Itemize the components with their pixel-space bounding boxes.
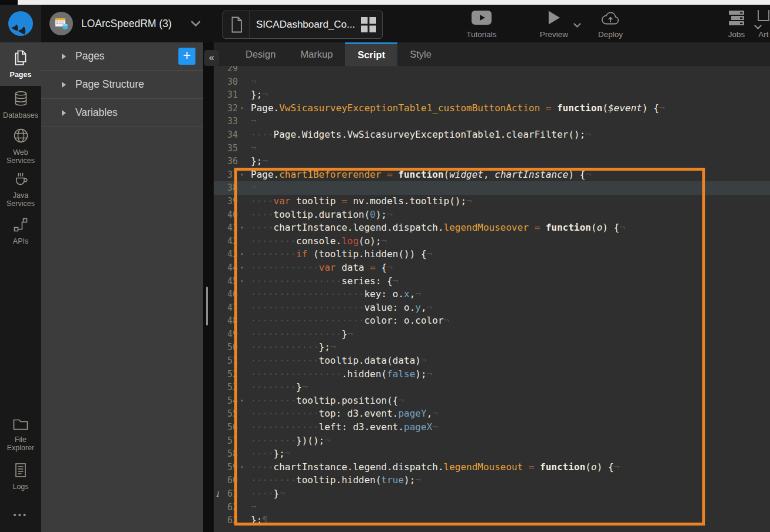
logs-icon [14, 463, 28, 480]
line-number: 45 [214, 275, 238, 288]
collapse-panel-button[interactable]: « [204, 50, 219, 66]
sidebar-item-apis[interactable]: APIs [0, 218, 41, 245]
collapsed-arrow-icon[interactable] [62, 82, 66, 88]
project-switcher[interactable]: LOArcSpeedRM (3) [49, 5, 201, 42]
fold-arrow-icon[interactable]: ▾ [240, 275, 248, 288]
code-line-48[interactable]: 48····················color: o.color¬ [214, 314, 770, 328]
topbar-action-preview[interactable]: Preview [527, 5, 580, 42]
code-line-62[interactable]: 62¬ [214, 501, 770, 514]
code-line-55[interactable]: 55············top: d3.event.pageY,¬ [214, 407, 770, 421]
code-line-46[interactable]: 46····················key: o.x,¬ [214, 288, 770, 301]
code-line-32[interactable]: 32▾Page.VwSicasurveyExceptionTable1_cust… [214, 102, 770, 115]
left-icon-sidebar: ••• PagesDatabasesWebServicesJavaService… [0, 42, 41, 532]
chevron-down-icon[interactable] [573, 20, 581, 31]
collapsed-arrow-icon[interactable] [62, 54, 66, 59]
cloud-upload-icon [600, 10, 620, 28]
divider-scrollbar-thumb[interactable] [206, 287, 208, 325]
fold-arrow-icon[interactable]: ▾ [240, 461, 248, 474]
wavemaker-logo[interactable] [0, 5, 41, 42]
code-line-57[interactable]: 57········})();¬ [214, 434, 770, 448]
code-text: ········if (tooltip.hidden()) {¬ [251, 248, 432, 261]
code-line-49[interactable]: 49················}¬ [214, 328, 770, 341]
code-line-50[interactable]: 50············};¬ [214, 341, 770, 354]
tab-script[interactable]: Script [345, 42, 397, 66]
add-page-button[interactable]: + [178, 48, 195, 65]
fold-arrow-icon[interactable]: ▾ [240, 248, 248, 261]
line-number: 33 [214, 115, 238, 128]
sidebar-item-pages[interactable]: Pages [0, 42, 41, 86]
pages-tree-panel: Pages+Page StructureVariables [41, 42, 203, 532]
code-text: ················.hidden(false);¬ [251, 368, 432, 381]
wavemaker-studio-window: LOArcSpeedRM (3) SICADashboard_Co... Tut… [0, 0, 770, 532]
topbar-action-label: Preview [527, 30, 580, 39]
code-line-53[interactable]: 53········}¬ [214, 381, 770, 394]
line-number: 47 [214, 301, 238, 315]
tab-markup[interactable]: Markup [288, 42, 345, 66]
code-line-60[interactable]: 60········tooltip.hidden(true);¬ [214, 474, 770, 487]
code-text: ····················color: o.color¬ [251, 314, 449, 328]
topbar-action-tutorials[interactable]: Tutorials [455, 5, 508, 42]
fold-arrow-icon[interactable]: ▾ [240, 168, 248, 182]
code-line-31[interactable]: 31};¬ [214, 88, 770, 102]
code-line-52[interactable]: 52················.hidden(false);¬ [214, 368, 770, 381]
code-line-56[interactable]: 56············left: d3.event.pageX¬ [214, 421, 770, 434]
code-text: ····Page.Widgets.VwSicasurveyExceptionTa… [251, 128, 591, 142]
code-line-59[interactable]: 59▾····chartInstance.legend.dispatch.leg… [214, 461, 770, 474]
code-text: ········console.log(o);¬ [251, 235, 387, 248]
code-text: };¶ [251, 514, 268, 527]
panel-section-pages[interactable]: Pages+ [41, 42, 203, 71]
sidebar-item-logs[interactable]: Logs [0, 460, 41, 493]
code-line-41[interactable]: 41▾····chartInstance.legend.dispatch.leg… [214, 221, 770, 235]
fold-arrow-icon[interactable]: ▾ [240, 102, 248, 115]
sidebar-more-button[interactable]: ••• [0, 510, 41, 520]
code-line-36[interactable]: 36};¬ [214, 155, 770, 168]
code-line-38[interactable]: 38¬ [214, 181, 770, 195]
code-text: ¬ [251, 75, 257, 89]
code-text: ¬ [251, 115, 257, 128]
code-line-45[interactable]: 45▾················series: {¬ [214, 275, 770, 288]
panel-section-label: Pages [75, 50, 105, 62]
code-line-40[interactable]: 40····tooltip.duration(0);¬ [214, 208, 770, 222]
code-text: ····}¬ [251, 487, 285, 501]
fold-arrow-icon[interactable]: ▾ [240, 394, 248, 408]
panel-section-page-structure[interactable]: Page Structure [41, 71, 203, 99]
tab-design[interactable]: Design [233, 42, 288, 66]
line-number: 36 [214, 155, 238, 168]
code-editor[interactable]: 2930¬31};¬32▾Page.VwSicasurveyExceptionT… [214, 66, 770, 532]
topbar-action-deploy[interactable]: Deploy [584, 5, 637, 42]
sidebar-item-web-services[interactable]: WebServices [0, 127, 41, 165]
page-grid-icon[interactable] [361, 17, 376, 32]
panel-section-variables[interactable]: Variables [41, 99, 203, 127]
code-line-33[interactable]: 33¬ [214, 115, 770, 128]
code-line-63[interactable]: 63};¶ [214, 514, 770, 527]
code-line-35[interactable]: 35¬ [214, 142, 770, 155]
code-line-30[interactable]: 30¬ [214, 75, 770, 89]
fold-arrow-icon[interactable]: ▾ [240, 261, 248, 275]
sidebar-item-databases[interactable]: Databases [0, 88, 41, 121]
code-line-29[interactable]: 29 [214, 66, 770, 75]
code-line-43[interactable]: 43▾········if (tooltip.hidden()) {¬ [214, 248, 770, 261]
code-line-44[interactable]: 44▾············var data = {¬ [214, 261, 770, 275]
chevron-down-icon[interactable] [191, 21, 201, 27]
sidebar-item-file-explorer[interactable]: FileExplorer [0, 416, 41, 453]
code-line-42[interactable]: 42········console.log(o);¬ [214, 235, 770, 248]
code-line-37[interactable]: 37▾Page.chart1Beforerender = function(wi… [214, 168, 770, 182]
code-line-58[interactable]: 58····};¬ [214, 447, 770, 461]
code-line-61[interactable]: i61····}¬ [214, 487, 770, 501]
line-number: 49 [214, 328, 238, 341]
code-line-54[interactable]: 54▾········tooltip.position({¬ [214, 394, 770, 408]
collapsed-arrow-icon[interactable] [62, 110, 66, 116]
code-text: ····chartInstance.legend.dispatch.legend… [251, 461, 619, 474]
topbar-action-art[interactable]: Art [737, 5, 770, 42]
line-number: 54 [214, 394, 238, 408]
code-text: ············};¬ [251, 341, 336, 354]
code-line-39[interactable]: 39····var tooltip = nv.models.tooltip();… [214, 195, 770, 208]
fold-arrow-icon[interactable]: ▾ [240, 221, 248, 235]
browser-top-strip-light [18, 0, 770, 5]
tab-style[interactable]: Style [397, 42, 444, 66]
code-line-34[interactable]: 34····Page.Widgets.VwSicasurveyException… [214, 128, 770, 142]
sidebar-item-java-services[interactable]: JavaServices [0, 170, 41, 208]
open-page-tab[interactable]: SICADashboard_Co... [223, 11, 383, 39]
code-line-51[interactable]: 51············tooltip.data(data)¬ [214, 354, 770, 368]
code-line-47[interactable]: 47····················value: o.y,¬ [214, 301, 770, 315]
